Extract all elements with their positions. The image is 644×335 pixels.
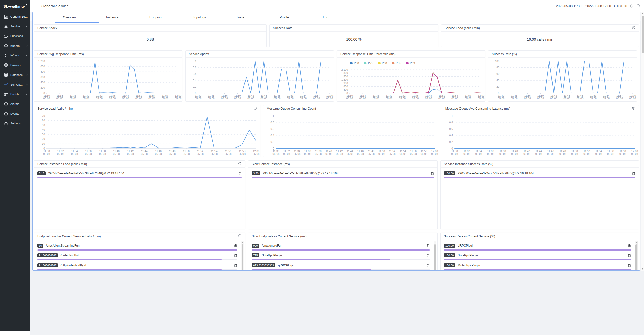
service-load-chart[interactable]: 01020304050607011:3005-0811:3205-0811:34… [34, 112, 260, 157]
svg-text:05-08: 05-08 [57, 152, 64, 155]
svg-text:05-08: 05-08 [99, 152, 106, 155]
sidebar-item-infrastructure[interactable]: Infrastructure [0, 51, 30, 60]
sidebar-item-browser[interactable]: Browser [0, 60, 30, 70]
svg-text:10: 10 [42, 142, 45, 145]
sidebar-item-kubernetes[interactable]: Kubernetes [0, 41, 30, 51]
list-scrollbar[interactable] [241, 241, 244, 271]
list-item: 613.3333333333gRPCPlugin [252, 263, 430, 270]
sidebar-item-self-observability[interactable]: SwSelf Observability [0, 80, 30, 90]
svg-text:05-08: 05-08 [109, 97, 116, 100]
charts-row-1: Service Avg Response Time (ms) 020040060… [34, 50, 639, 102]
percentile-chart[interactable]: 03006009001,2001,5001,8002,10011:3005-08… [337, 58, 485, 101]
page-scrollbar[interactable] [641, 12, 644, 271]
svg-text:05-08: 05-08 [197, 152, 204, 155]
apdex-chart[interactable]: 00.20.40.60.8111:3005-0811:3305-0811:360… [186, 58, 334, 101]
dashboard-rows: Service Apdex 0.88 Success Rate 100.00 %… [33, 23, 640, 271]
svg-text:05-08: 05-08 [221, 97, 228, 100]
skywalking-logo: Skywalking [0, 0, 30, 8]
copy-icon[interactable] [234, 254, 237, 257]
copy-icon[interactable] [238, 172, 242, 175]
svg-text:05-08: 05-08 [499, 152, 506, 155]
scrollbar-thumb[interactable] [635, 244, 637, 271]
info-icon[interactable] [632, 26, 635, 30]
copy-icon[interactable] [234, 244, 237, 248]
tab-profile[interactable]: Profile [272, 12, 315, 23]
svg-text:05-08: 05-08 [122, 97, 129, 100]
tab-log[interactable]: Log [315, 12, 359, 23]
progress-bar [37, 177, 242, 178]
svg-text:05-08: 05-08 [148, 97, 155, 100]
timezone-label[interactable]: UTC+8:0 [614, 4, 627, 8]
sidebar-item-service-mesh[interactable]: Service Mesh [0, 22, 30, 31]
stat-value: 100.00 % [270, 32, 438, 47]
sidebar-item-functions[interactable]: Functions [0, 31, 30, 41]
copy-icon[interactable] [426, 264, 430, 267]
svg-text:30: 30 [42, 133, 45, 136]
svg-text:05-08: 05-08 [478, 97, 485, 100]
scroll-up-icon[interactable] [434, 242, 436, 243]
scrollbar-thumb[interactable] [434, 244, 436, 271]
scroll-up-icon[interactable] [636, 242, 637, 243]
svg-text:05-08: 05-08 [400, 152, 406, 155]
card-title: Slow Service Instance (ms) [252, 162, 290, 166]
svg-text:0.2: 0.2 [449, 140, 453, 143]
card-title: Service Avg Response Time (ms) [37, 52, 84, 56]
info-icon[interactable] [238, 162, 242, 166]
value-badge: 715 [252, 253, 259, 257]
scrollbar-thumb[interactable] [242, 244, 243, 271]
value-badge: 100.00 [444, 171, 455, 175]
instance-load-list: 0.162905b05eae4e4ae3a2a5b538ce8c2846@172… [34, 168, 245, 229]
info-icon[interactable] [632, 106, 635, 111]
list-scrollbar[interactable] [635, 241, 638, 271]
copy-icon[interactable] [426, 244, 430, 248]
svg-text:05-08: 05-08 [511, 152, 518, 155]
copy-icon[interactable] [628, 264, 631, 267]
tab-instance[interactable]: Instance [99, 12, 142, 23]
mq-latency-chart[interactable]: 00.20.40.60.8111:3005-0811:3205-0811:340… [442, 112, 639, 157]
slow-instance-list: 3.502905b05eae4e4ae3a2a5b538ce8c2846@172… [248, 168, 437, 229]
scroll-down-icon[interactable] [642, 268, 643, 270]
endpoint-success-list: 100.00gRPCPlugin100.00SofaRpcPlugin100.0… [441, 240, 639, 271]
info-icon[interactable] [238, 234, 242, 238]
tab-endpoint[interactable]: Endpoint [142, 12, 185, 23]
mq-count-chart[interactable]: 00.20.40.60.8111:3005-0811:3205-0811:340… [263, 112, 439, 157]
tab-topology[interactable]: Topology [185, 12, 229, 23]
tab-overview[interactable]: Overview [55, 12, 99, 23]
list-scrollbar[interactable] [434, 241, 436, 271]
scroll-up-icon[interactable] [642, 13, 643, 14]
scroll-up-icon[interactable] [242, 242, 243, 243]
sidebar-item-events[interactable]: Events [0, 109, 30, 119]
svg-text:20: 20 [42, 137, 45, 140]
copy-icon[interactable] [632, 172, 635, 175]
scrollbar-thumb[interactable] [642, 16, 644, 53]
card-title: Success Rate [273, 26, 292, 30]
svg-text:05-08: 05-08 [71, 152, 78, 155]
card-title: Service Instances Load (calls / min) [37, 162, 87, 166]
list-item: 100.00SofaRpcPlugin [444, 253, 631, 260]
value-badge: 9.1666666667 [37, 253, 58, 257]
copy-icon[interactable] [431, 172, 434, 175]
svg-text:05-08: 05-08 [595, 152, 602, 155]
refresh-icon[interactable] [630, 4, 634, 8]
info-icon[interactable] [253, 106, 257, 111]
avg-response-time-chart[interactable]: 02004006008001,0001,20011:3005-0811:3305… [34, 58, 182, 101]
time-range[interactable]: 2022-05-08 11:30 ~ 2022-05-08 12:00 [556, 4, 611, 8]
sidebar-item-label: Self Observability [10, 83, 23, 86]
info-icon[interactable] [636, 4, 640, 8]
sidebar-item-dashboards[interactable]: Dashboards [0, 89, 30, 99]
sidebar-item-settings[interactable]: Settings [0, 119, 30, 128]
success-rate-chart[interactable]: 02040608010011:3005-0811:3305-0811:3605-… [488, 58, 637, 101]
sidebar-item-database[interactable]: Database [0, 70, 30, 80]
menu-fold-icon[interactable] [34, 4, 38, 8]
item-label: 2905b05eae4e4ae3a2a5b538ce8c2846@172.19.… [263, 172, 339, 175]
sidebar-item-alarms[interactable]: Alarms [0, 99, 30, 109]
tab-trace[interactable]: Trace [229, 12, 272, 23]
copy-icon[interactable] [628, 244, 631, 248]
sidebar-item-label: Service Mesh [10, 25, 23, 28]
copy-icon[interactable] [628, 254, 631, 257]
list-item: 9.1666666667/order/findById [37, 253, 237, 260]
svg-text:05-08: 05-08 [169, 152, 176, 155]
sidebar-item-general-service[interactable]: General Service [0, 12, 30, 22]
copy-icon[interactable] [426, 254, 430, 257]
copy-icon[interactable] [234, 264, 237, 267]
